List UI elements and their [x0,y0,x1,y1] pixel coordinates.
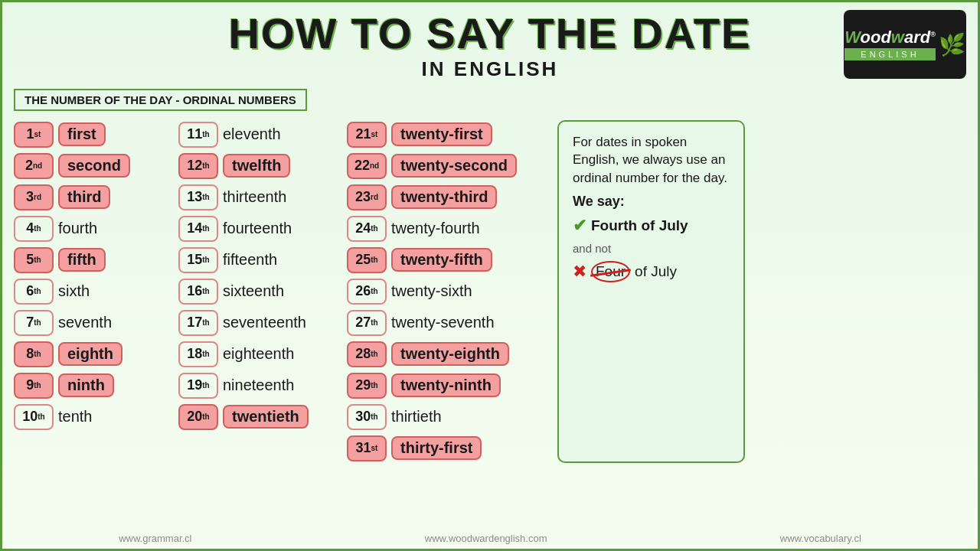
list-item: 10thtenth [14,403,178,432]
list-item: 30ththirtieth [347,403,546,432]
wrong-example: ✖ Four of July [573,261,730,282]
main-container: HOW TO SAY THE DATE IN ENGLISH Woodward®… [0,0,980,551]
info-paragraph: For dates in spoken English, we always u… [573,133,730,187]
ordinal-word: fifteenth [223,251,277,269]
ordinal-badge: 13th [178,184,218,210]
we-say-label: We say: [573,194,730,210]
list-item: 5thfifth [14,246,178,275]
ordinal-badge: 17th [178,310,218,336]
ordinal-badge: 9th [14,373,54,399]
list-item: 8theighth [14,340,178,369]
ordinal-badge: 12th [178,153,218,179]
list-item: 6thsixth [14,277,178,306]
ordinal-badge: 5th [14,247,54,273]
ordinal-word: ninth [58,373,114,397]
ordinal-word: thirtieth [391,408,442,425]
ordinal-word: eighth [58,342,122,366]
subtitle: IN ENGLISH [14,57,966,81]
ordinal-badge: 26th [347,279,387,305]
ordinal-word: eighteenth [223,345,294,363]
info-box: For dates in spoken English, we always u… [557,120,745,463]
ordinal-word: twentieth [223,405,309,429]
ordinal-badge: 7th [14,310,54,336]
logo-leaf-icon: 🌿 [939,32,965,57]
check-icon: ✔ [573,216,586,236]
ordinal-badge: 23rd [347,184,387,210]
ordinal-word: first [58,122,106,146]
footer: www.grammar.cl www.woodwardenglish.com w… [2,533,978,544]
ordinal-badge: 2nd [14,153,54,179]
correct-example: ✔ Fourth of July [573,216,730,236]
ordinal-badge: 16th [178,279,218,305]
list-item: 28thtwenty-eighth [347,340,546,369]
ordinal-word: seventh [58,314,112,331]
logo-sub: ENGLISH [844,48,936,60]
list-item: 11theleventh [178,120,347,149]
footer-center: www.woodwardenglish.com [425,533,547,544]
ordinal-word: twenty-sixth [391,282,472,300]
list-item: 9thninth [14,371,178,400]
ordinal-word: thirty-first [391,436,482,460]
ordinal-word: twenty-third [391,185,497,209]
ordinal-word: fourteenth [223,220,292,237]
ordinal-badge: 20th [178,404,218,430]
ordinal-word: third [58,185,110,209]
list-item: 7thseventh [14,308,178,337]
list-item: 26thtwenty-sixth [347,277,546,306]
and-not-label: and not [573,242,730,255]
ordinal-badge: 1st [14,122,54,148]
ordinal-badge: 29th [347,373,387,399]
ordinal-word: second [58,154,130,178]
ordinal-badge: 6th [14,279,54,305]
col2: 11theleventh12thtwelfth13ththirteenth14t… [178,120,347,463]
list-item: 13ththirteenth [178,183,347,212]
ordinal-badge: 27th [347,310,387,336]
list-item: 18theighteenth [178,340,347,369]
ordinal-badge: 21st [347,122,387,148]
ordinal-word: nineteenth [223,377,294,394]
logo-brand: Woodward® [844,29,936,46]
list-item: 4thfourth [14,214,178,243]
list-item: 25thtwenty-fifth [347,246,546,275]
ordinal-word: thirteenth [223,188,286,206]
list-item: 21sttwenty-first [347,120,546,149]
ordinal-word: twenty-seventh [391,314,495,331]
ordinal-badge: 22nd [347,153,387,179]
list-item: 14thfourteenth [178,214,347,243]
correct-text: Fourth of July [591,217,688,234]
list-item: 3rdthird [14,183,178,212]
ordinal-badge: 19th [178,373,218,399]
ordinal-word: fourth [58,220,97,237]
ordinal-word: twenty-second [391,154,517,178]
ordinal-word: twenty-fourth [391,220,480,237]
list-item: 22ndtwenty-second [347,152,546,181]
ordinal-badge: 8th [14,341,54,367]
ordinal-word: twelfth [223,154,290,178]
ordinal-badge: 4th [14,216,54,242]
ordinal-badge: 30th [347,404,387,430]
ordinal-word: twenty-eighth [391,342,509,366]
header: HOW TO SAY THE DATE IN ENGLISH Woodward®… [14,10,966,81]
list-item: 20thtwentieth [178,403,347,432]
list-item: 15thfifteenth [178,246,347,275]
ordinal-badge: 31st [347,435,387,461]
ordinal-badge: 28th [347,341,387,367]
footer-left: www.grammar.cl [119,533,191,544]
wrong-word: Four [591,261,630,282]
ordinal-badge: 15th [178,247,218,273]
ordinal-word: eleventh [223,126,281,143]
ordinal-word: seventeenth [223,314,306,331]
wrong-suffix: of July [635,263,677,280]
list-item: 31stthirty-first [347,434,546,463]
ordinal-badge: 10th [14,404,54,430]
footer-right: www.vocabulary.cl [780,533,861,544]
list-item: 1stfirst [14,120,178,149]
ordinal-word: tenth [58,408,92,425]
col1: 1stfirst2ndsecond3rdthird4thfourth5thfif… [14,120,178,463]
ordinal-word: twenty-ninth [391,373,501,397]
ordinal-word: fifth [58,248,106,272]
list-item: 16thsixteenth [178,277,347,306]
ordinal-word: twenty-first [391,122,492,146]
list-item: 2ndsecond [14,152,178,181]
content-row: 1stfirst2ndsecond3rdthird4thfourth5thfif… [14,120,966,463]
